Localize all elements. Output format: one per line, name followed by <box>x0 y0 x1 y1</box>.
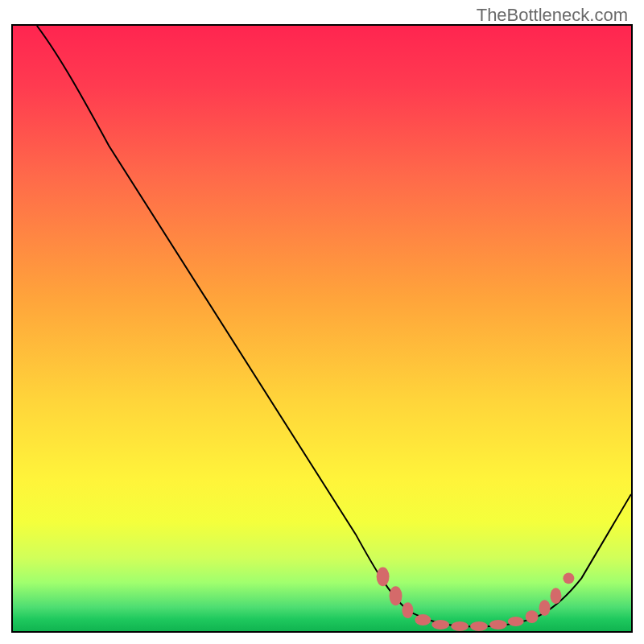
marker-dot <box>377 567 390 586</box>
marker-dot <box>415 614 431 625</box>
marker-dot <box>390 586 402 605</box>
marker-dot <box>431 620 449 630</box>
curve-line <box>37 26 631 627</box>
marker-dot <box>563 572 574 584</box>
chart-container <box>11 24 633 633</box>
marker-dot <box>489 620 507 630</box>
chart-svg <box>13 26 631 631</box>
watermark-text: TheBottleneck.com <box>477 5 628 26</box>
marker-dot <box>551 588 562 604</box>
marker-dot <box>451 621 469 631</box>
marker-dot <box>470 621 488 631</box>
marker-dot <box>402 602 413 618</box>
marker-dot <box>526 610 539 623</box>
marker-dot <box>508 617 524 626</box>
marker-dot <box>539 600 551 616</box>
